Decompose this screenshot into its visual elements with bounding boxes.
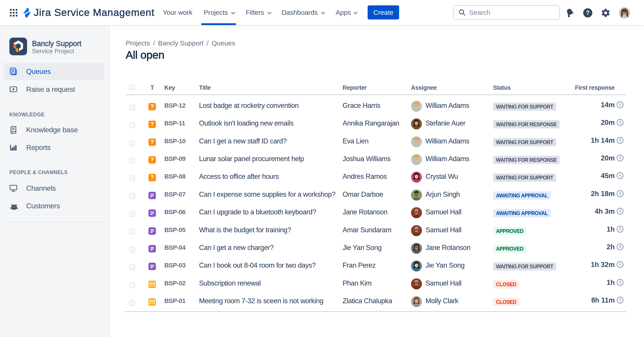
svg-text:?: ? <box>586 10 590 16</box>
